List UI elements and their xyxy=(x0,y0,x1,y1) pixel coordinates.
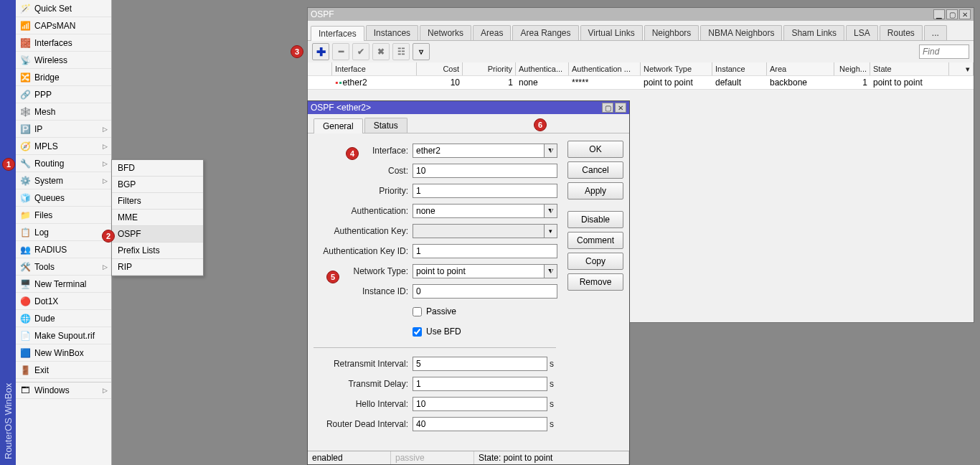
submenu-item-bfd[interactable]: BFD xyxy=(112,160,203,177)
find-input[interactable] xyxy=(919,44,969,59)
th-auth[interactable]: Authentica... xyxy=(516,62,569,75)
tab-status[interactable]: Status xyxy=(364,118,407,133)
th-flag[interactable] xyxy=(308,62,332,75)
instid-input[interactable] xyxy=(413,284,557,299)
sidebar-item-queues[interactable]: 🧊Queues xyxy=(16,189,111,207)
sidebar-item-ppp[interactable]: 🔗PPP xyxy=(16,86,111,103)
remove-button[interactable]: Remove xyxy=(567,273,623,291)
add-button[interactable]: ✚ xyxy=(312,43,329,60)
interface-select[interactable]: ether2⧨ xyxy=(413,144,557,158)
chevron-down-icon[interactable]: ⧨ xyxy=(544,144,557,157)
enable-button[interactable]: ✔ xyxy=(352,43,369,60)
chevron-down-icon[interactable]: ▾ xyxy=(544,225,557,238)
tools-icon: 🛠️ xyxy=(19,260,32,273)
th-state[interactable]: State xyxy=(870,62,949,75)
sidebar-item-dude[interactable]: 🌐Dude xyxy=(16,310,111,327)
disable-button[interactable]: ✖ xyxy=(372,43,390,60)
ospf-toolbar: ✚ ━ ✔ ✖ ☷ ▿ xyxy=(308,41,974,62)
tab--[interactable]: ... xyxy=(924,25,947,40)
submenu-item-rip[interactable]: RIP xyxy=(112,259,203,276)
tab-areas[interactable]: Areas xyxy=(473,25,511,40)
chevron-down-icon[interactable]: ⧨ xyxy=(544,205,557,217)
tab-networks[interactable]: Networks xyxy=(420,25,471,40)
tab-sham-links[interactable]: Sham Links xyxy=(783,25,844,40)
dialog-titlebar[interactable]: OSPF <ether2> ▢ ✕ xyxy=(308,101,629,114)
th-interface[interactable]: Interface xyxy=(332,62,417,75)
submenu-item-ospf[interactable]: OSPF xyxy=(112,226,203,243)
close-icon[interactable]: ✕ xyxy=(959,9,971,19)
tab-general[interactable]: General xyxy=(314,118,363,133)
sidebar-item-quick-set[interactable]: 🪄Quick Set xyxy=(16,0,111,17)
sidebar-item-windows[interactable]: 🗔Windows▷ xyxy=(16,382,111,399)
th-cost[interactable]: Cost xyxy=(417,62,463,75)
sidebar-item-new-winbox[interactable]: 🟦New WinBox xyxy=(16,344,111,362)
comment-button[interactable]: Comment xyxy=(567,232,623,249)
sidebar-item-system[interactable]: ⚙️System▷ xyxy=(16,172,111,189)
tab-nbma-neighbors[interactable]: NBMA Neighbors xyxy=(700,25,782,40)
sidebar-item-ip[interactable]: 🅿️IP▷ xyxy=(16,121,111,138)
filter-button[interactable]: ▿ xyxy=(413,43,430,60)
th-instance[interactable]: Instance xyxy=(712,62,767,75)
sidebar-item-routing[interactable]: 🔧Routing▷ xyxy=(16,155,111,172)
table-row[interactable]: ▪▪ether2 10 1 none ***** point to point … xyxy=(308,76,974,90)
th-area[interactable]: Area xyxy=(767,62,834,75)
th-expand[interactable]: ▾ xyxy=(949,62,974,75)
sidebar-item-mpls[interactable]: 🧭MPLS▷ xyxy=(16,138,111,155)
submenu-item-bgp[interactable]: BGP xyxy=(112,177,203,193)
tab-neighbors[interactable]: Neighbors xyxy=(644,25,699,40)
auth-select[interactable]: none⧨ xyxy=(413,204,557,218)
maximize-icon[interactable]: ▢ xyxy=(946,9,958,19)
tab-routes[interactable]: Routes xyxy=(880,25,923,40)
sidebar-item-mesh[interactable]: 🕸️Mesh xyxy=(16,103,111,121)
sidebar-item-files[interactable]: 📁Files xyxy=(16,207,111,224)
th-nettype[interactable]: Network Type xyxy=(641,62,712,75)
tab-lsa[interactable]: LSA xyxy=(846,25,878,40)
tab-instances[interactable]: Instances xyxy=(366,25,418,40)
dude-icon: 🌐 xyxy=(19,312,32,325)
disable-button[interactable]: Disable xyxy=(567,211,623,228)
minimize-icon[interactable]: ▁ xyxy=(933,9,945,19)
tab-interfaces[interactable]: Interfaces xyxy=(311,26,364,41)
submenu-item-filters[interactable]: Filters xyxy=(112,193,203,210)
copy-button[interactable]: Copy xyxy=(567,253,623,270)
nettype-select[interactable]: point to point⧨ xyxy=(413,264,557,278)
sidebar-item-label: Wireless xyxy=(34,55,67,65)
submenu-item-prefix-lists[interactable]: Prefix Lists xyxy=(112,243,203,259)
dialog-close-icon[interactable]: ✕ xyxy=(615,103,626,113)
submenu-item-mme[interactable]: MME xyxy=(112,210,203,226)
sidebar-item-wireless[interactable]: 📡Wireless xyxy=(16,52,111,69)
retransmit-input[interactable] xyxy=(413,357,547,371)
tab-area-ranges[interactable]: Area Ranges xyxy=(512,25,578,40)
authkeyid-input[interactable] xyxy=(413,244,557,258)
th-neigh[interactable]: Neigh... xyxy=(834,62,870,75)
txdelay-input[interactable] xyxy=(413,377,547,391)
dead-input[interactable] xyxy=(413,417,547,431)
passive-checkbox[interactable] xyxy=(413,307,422,316)
sidebar-item-radius[interactable]: 👥RADIUS xyxy=(16,241,111,258)
remove-button[interactable]: ━ xyxy=(332,43,349,60)
chevron-down-icon[interactable]: ⧨ xyxy=(544,265,557,278)
authkey-input[interactable]: ▾ xyxy=(413,224,557,238)
sidebar-item-log[interactable]: 📋Log xyxy=(16,224,111,241)
dialog-maximize-icon[interactable]: ▢ xyxy=(602,103,613,113)
tab-virtual-links[interactable]: Virtual Links xyxy=(580,25,643,40)
comment-button[interactable]: ☷ xyxy=(392,43,410,60)
usebfd-checkbox[interactable] xyxy=(413,327,422,337)
cancel-button[interactable]: Cancel xyxy=(567,161,623,179)
sidebar-item-bridge[interactable]: 🔀Bridge xyxy=(16,69,111,86)
sidebar-item-interfaces[interactable]: 🧱Interfaces xyxy=(16,34,111,52)
apply-button[interactable]: Apply xyxy=(567,182,623,199)
ospf-window-titlebar[interactable]: OSPF ▁ ▢ ✕ xyxy=(308,8,974,21)
priority-input[interactable] xyxy=(413,184,557,198)
hello-input[interactable] xyxy=(413,397,547,411)
sidebar-item-dot1x[interactable]: 🔴Dot1X xyxy=(16,293,111,310)
th-authkey[interactable]: Authentication ... xyxy=(569,62,641,75)
sidebar-item-tools[interactable]: 🛠️Tools▷ xyxy=(16,258,111,276)
th-priority[interactable]: Priority xyxy=(463,62,516,75)
sidebar-item-exit[interactable]: 🚪Exit xyxy=(16,362,111,379)
ok-button[interactable]: OK xyxy=(567,141,623,158)
sidebar-item-new-terminal[interactable]: 🖥️New Terminal xyxy=(16,276,111,293)
sidebar-item-make-supout.rif[interactable]: 📄Make Supout.rif xyxy=(16,327,111,344)
sidebar-item-capsman[interactable]: 📶CAPsMAN xyxy=(16,17,111,34)
cost-input[interactable] xyxy=(413,164,557,178)
